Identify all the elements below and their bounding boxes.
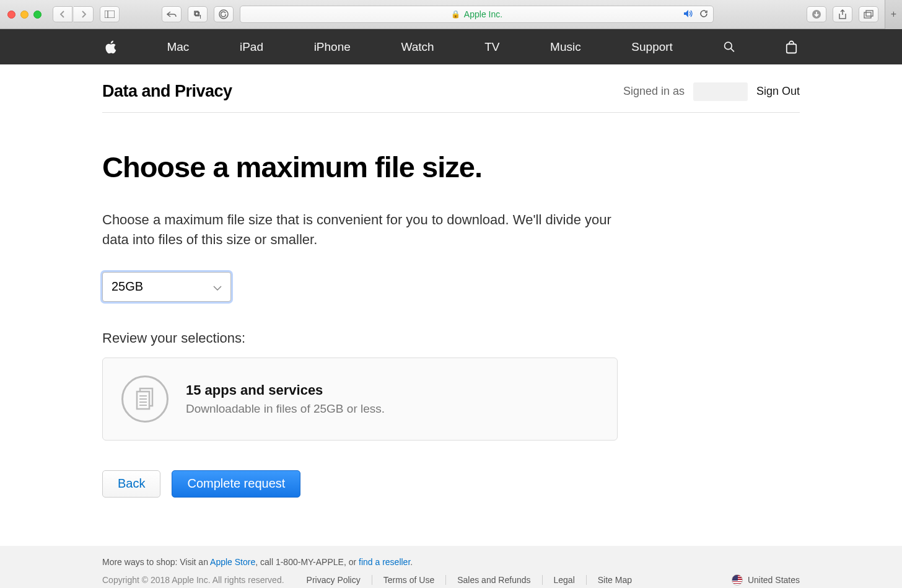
review-label: Review your selections: — [102, 330, 660, 346]
nav-buttons — [53, 6, 94, 22]
complete-request-button[interactable]: Complete request — [172, 470, 300, 498]
main-heading: Choose a maximum file size. — [102, 150, 660, 184]
privacy-policy-link[interactable]: Privacy Policy — [307, 575, 361, 585]
svg-rect-10 — [137, 392, 149, 409]
reload-icon[interactable] — [699, 9, 708, 20]
apple-logo[interactable] — [105, 40, 116, 54]
sign-out-link[interactable]: Sign Out — [756, 85, 800, 98]
selection-title: 15 apps and services — [186, 382, 385, 398]
nav-watch[interactable]: Watch — [401, 40, 434, 54]
back-button[interactable]: Back — [102, 470, 160, 498]
svg-rect-0 — [105, 11, 115, 18]
documents-icon — [121, 375, 169, 423]
svg-line-7 — [730, 48, 733, 51]
file-size-value: 25GB — [112, 279, 143, 294]
speaker-icon[interactable] — [683, 9, 693, 20]
share-icon — [838, 9, 847, 19]
chevron-left-icon — [59, 11, 66, 18]
chevron-right-icon — [81, 11, 87, 18]
browser-toolbar: ⧉! 🔒 Apple Inc. + — [0, 0, 902, 29]
selection-card: 15 apps and services Downloadable in fil… — [102, 358, 618, 441]
nav-tv[interactable]: TV — [484, 40, 499, 54]
page-title: Data and Privacy — [102, 82, 232, 101]
reply-button[interactable] — [162, 6, 182, 22]
grammarly-button[interactable] — [214, 6, 234, 22]
lock-icon: 🔒 — [451, 10, 460, 19]
address-bar[interactable]: 🔒 Apple Inc. — [240, 6, 714, 23]
svg-rect-4 — [864, 12, 871, 18]
separator — [542, 575, 543, 585]
footer-shop-line: More ways to shop: Visit an Apple Store,… — [102, 557, 800, 567]
share-button[interactable] — [833, 6, 852, 22]
signed-in-label: Signed in as — [623, 85, 685, 98]
copyright-text: Copyright © 2018 Apple Inc. All rights r… — [102, 575, 284, 585]
separator — [586, 575, 587, 585]
main-description: Choose a maximum file size that is conve… — [102, 210, 629, 250]
nav-support[interactable]: Support — [631, 40, 673, 54]
chevron-down-icon — [213, 279, 222, 294]
bag-button[interactable] — [786, 40, 797, 54]
nav-music[interactable]: Music — [550, 40, 581, 54]
plus-icon: + — [891, 9, 896, 20]
window-controls — [7, 11, 42, 19]
new-tab-button[interactable]: + — [885, 0, 902, 29]
apple-global-nav: Mac iPad iPhone Watch TV Music Support — [0, 29, 902, 64]
address-label: Apple Inc. — [464, 9, 502, 19]
nav-iphone[interactable]: iPhone — [314, 40, 351, 54]
footer-text: More ways to shop: Visit an — [102, 557, 210, 567]
region-selector[interactable]: United States — [732, 574, 800, 586]
downloads-button[interactable] — [807, 6, 826, 22]
tabs-button[interactable] — [859, 6, 878, 22]
one-password-icon: ⧉! — [194, 9, 201, 20]
close-window-button[interactable] — [7, 11, 15, 19]
site-map-link[interactable]: Site Map — [598, 575, 632, 585]
main-content: Choose a maximum file size. Choose a max… — [102, 113, 660, 498]
maximize-window-button[interactable] — [33, 11, 42, 19]
terms-link[interactable]: Terms of Use — [383, 575, 434, 585]
footer-text: , call 1-800-MY-APPLE, or — [255, 557, 359, 567]
tabs-icon — [864, 10, 874, 19]
minimize-window-button[interactable] — [20, 11, 28, 19]
forward-nav-button[interactable] — [74, 6, 94, 22]
legal-link[interactable]: Legal — [554, 575, 575, 585]
nav-mac[interactable]: Mac — [167, 40, 189, 54]
svg-point-6 — [724, 42, 732, 50]
separator — [445, 575, 446, 585]
sidebar-icon — [105, 11, 115, 18]
download-icon — [812, 9, 821, 19]
grammarly-icon — [219, 9, 229, 19]
signed-in-user — [693, 82, 748, 101]
reply-icon — [167, 11, 177, 18]
us-flag-icon — [732, 574, 743, 586]
region-label: United States — [748, 575, 800, 585]
search-button[interactable] — [724, 40, 735, 54]
svg-rect-8 — [787, 44, 796, 53]
back-nav-button[interactable] — [53, 6, 72, 22]
sales-refunds-link[interactable]: Sales and Refunds — [457, 575, 530, 585]
sub-header: Data and Privacy Signed in as Sign Out — [102, 64, 800, 113]
footer-text: . — [410, 557, 413, 567]
sidebar-toggle-button[interactable] — [100, 6, 120, 22]
separator — [372, 575, 372, 585]
one-password-button[interactable]: ⧉! — [188, 6, 208, 22]
footer: More ways to shop: Visit an Apple Store,… — [0, 546, 902, 588]
selection-subtitle: Downloadable in files of 25GB or less. — [186, 402, 385, 416]
find-reseller-link[interactable]: find a reseller — [359, 557, 410, 567]
nav-ipad[interactable]: iPad — [240, 40, 263, 54]
apple-store-link[interactable]: Apple Store — [210, 557, 255, 567]
svg-rect-5 — [866, 11, 873, 16]
file-size-select[interactable]: 25GB — [102, 272, 231, 302]
